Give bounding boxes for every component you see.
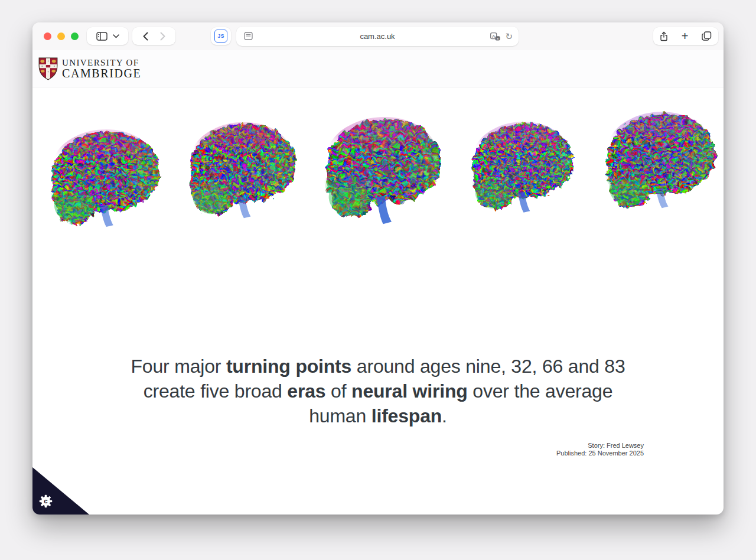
- js-extension-button[interactable]: JS: [211, 27, 231, 45]
- svg-text:A: A: [492, 33, 496, 38]
- logo-line-2: CAMBRIDGE: [62, 67, 141, 79]
- new-tab-icon[interactable]: +: [682, 30, 689, 42]
- credit-published: Published: 25 November 2025: [556, 450, 644, 457]
- browser-window: JS cam.ac.uk A a ↻: [32, 22, 724, 515]
- cookie-gear-icon: c: [38, 493, 54, 509]
- back-icon[interactable]: [143, 32, 148, 41]
- brain-figure-5: [591, 103, 724, 216]
- cambridge-shield-icon: [38, 57, 58, 80]
- article-headline: Four major turning points around ages ni…: [112, 354, 644, 429]
- window-controls: [44, 32, 79, 40]
- cambridge-logo-text: UNIVERSITY OF CAMBRIDGE: [62, 58, 141, 80]
- logo-line-1: UNIVERSITY OF: [62, 58, 141, 68]
- sidebar-toggle-button[interactable]: [87, 27, 128, 45]
- reload-icon[interactable]: ↻: [505, 32, 513, 41]
- cookie-settings-button[interactable]: c: [32, 467, 89, 515]
- zoom-window-button[interactable]: [71, 32, 79, 40]
- site-header: UNIVERSITY OF CAMBRIDGE: [32, 50, 724, 87]
- translate-icon[interactable]: A a: [490, 32, 500, 41]
- minimize-window-button[interactable]: [57, 32, 65, 40]
- sidebar-icon: [96, 32, 107, 41]
- share-icon[interactable]: [660, 31, 668, 41]
- article-credits: Story: Fred Lewsey Published: 25 Novembe…: [556, 442, 644, 457]
- brain-figure-3: [312, 108, 447, 226]
- js-extension-icon: JS: [214, 30, 227, 43]
- url-text: cam.ac.uk: [236, 32, 519, 41]
- history-nav: [132, 27, 175, 45]
- brain-figure-2: [174, 114, 304, 223]
- chevron-down-icon: [113, 34, 119, 38]
- brain-figure-1: [37, 121, 167, 232]
- close-window-button[interactable]: [44, 32, 51, 40]
- brain-figure-4: [454, 114, 585, 217]
- toolbar-right-cluster: +: [653, 27, 718, 45]
- cambridge-logo[interactable]: UNIVERSITY OF CAMBRIDGE: [38, 57, 141, 80]
- credit-story: Story: Fred Lewsey: [556, 442, 644, 450]
- cookie-letter: c: [44, 497, 48, 504]
- browser-toolbar: JS cam.ac.uk A a ↻: [32, 22, 724, 51]
- tabs-overview-icon[interactable]: [702, 31, 712, 41]
- forward-icon[interactable]: [160, 32, 165, 41]
- address-bar[interactable]: cam.ac.uk A a ↻: [236, 27, 519, 46]
